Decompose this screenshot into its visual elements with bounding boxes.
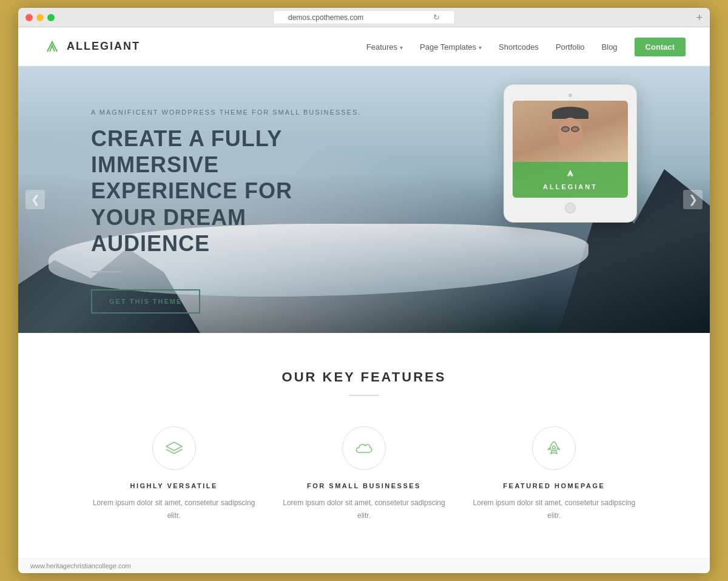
nav-item-portfolio[interactable]: Portfolio	[556, 41, 585, 52]
tablet-logo-text: ALLEGIANT	[543, 183, 598, 190]
tablet-screen-overlay: ALLEGIANT	[513, 162, 628, 198]
feature-desc-versatile: Lorem ipsum dolor sit amet, consetetur s…	[91, 497, 257, 522]
nav-link-blog[interactable]: Blog	[602, 42, 618, 52]
rocket-icon	[532, 426, 576, 470]
nav-link-portfolio[interactable]: Portfolio	[556, 42, 585, 52]
feature-desc-homepage: Lorem ipsum dolor sit amet, consetetur s…	[471, 497, 637, 522]
nav-item-contact[interactable]: Contact	[635, 41, 686, 52]
url-bar[interactable]: demos.cpothemes.com ↻	[273, 10, 455, 24]
logo-icon	[42, 37, 62, 56]
tablet-outer: ALLEGIANT	[504, 84, 637, 223]
features-grid: HIGHLY VERSATILE Lorem ipsum dolor sit a…	[91, 426, 637, 522]
cloud-icon	[342, 426, 386, 470]
nav-links: Features Page Templates Shortcodes Portf…	[366, 41, 686, 52]
nav-item-features[interactable]: Features	[366, 41, 403, 52]
hero-prev-arrow[interactable]: ❮	[25, 190, 45, 209]
site-logo[interactable]: ALLEGIANT	[42, 37, 140, 56]
features-divider	[349, 395, 379, 396]
nav-item-blog[interactable]: Blog	[602, 41, 618, 52]
nav-link-shortcodes[interactable]: Shortcodes	[499, 42, 539, 52]
browser-dots	[25, 14, 55, 21]
logo-text: ALLEGIANT	[67, 40, 140, 53]
site-navigation: ALLEGIANT Features Page Templates Shortc…	[18, 27, 710, 66]
hero-next-arrow[interactable]: ❯	[683, 190, 703, 209]
tablet-home-btn	[565, 203, 576, 213]
browser-titlebar: demos.cpothemes.com ↻ +	[18, 8, 710, 27]
feature-desc-small-biz: Lorem ipsum dolor sit amet, consetetur s…	[281, 497, 447, 522]
layers-icon	[152, 426, 196, 470]
browser-window: demos.cpothemes.com ↻ + ALLEGIANT Featur…	[18, 8, 710, 573]
minimize-button[interactable]	[36, 14, 44, 21]
hero-divider	[91, 271, 121, 272]
nav-link-features[interactable]: Features	[366, 42, 403, 52]
nav-link-page-templates[interactable]: Page Templates	[420, 42, 482, 52]
feature-name-small-biz: FOR SMALL BUSINESSES	[281, 482, 447, 489]
reload-icon[interactable]: ↻	[433, 13, 440, 22]
close-button[interactable]	[25, 14, 33, 21]
hero-title: CREATE A FULLY IMMERSIVE EXPERIENCE FOR …	[91, 126, 346, 257]
nav-item-page-templates[interactable]: Page Templates	[420, 41, 482, 52]
footer-url: www.heritagechristiancollege.com	[30, 562, 131, 569]
site-wrapper: ALLEGIANT Features Page Templates Shortc…	[18, 27, 710, 573]
add-tab-button[interactable]: +	[696, 12, 703, 23]
tablet-camera	[568, 93, 572, 97]
nav-link-contact[interactable]: Contact	[635, 38, 686, 56]
feature-name-homepage: FEATURED HOMEPAGE	[471, 482, 637, 489]
site-footer-bar: www.heritagechristiancollege.com	[18, 558, 710, 573]
hero-section: ❮ ❯ A MAGNIFICENT WORDPRESS THEME FOR SM…	[18, 66, 710, 333]
svg-point-0	[553, 446, 556, 449]
tablet-screen: ALLEGIANT	[513, 101, 628, 198]
feature-item-versatile: HIGHLY VERSATILE Lorem ipsum dolor sit a…	[91, 426, 257, 522]
feature-item-small-biz: FOR SMALL BUSINESSES Lorem ipsum dolor s…	[281, 426, 447, 522]
feature-name-versatile: HIGHLY VERSATILE	[91, 482, 257, 489]
hero-cta-button[interactable]: GET THIS THEME	[91, 289, 200, 314]
maximize-button[interactable]	[47, 14, 55, 21]
features-section: OUR KEY FEATURES HIGHLY VERSATILE Lorem …	[18, 333, 710, 558]
nav-item-shortcodes[interactable]: Shortcodes	[499, 41, 539, 52]
url-text: demos.cpothemes.com	[288, 13, 363, 22]
tablet-mockup: ALLEGIANT	[504, 84, 637, 223]
feature-item-homepage: FEATURED HOMEPAGE Lorem ipsum dolor sit …	[471, 426, 637, 522]
features-title: OUR KEY FEATURES	[42, 369, 686, 385]
